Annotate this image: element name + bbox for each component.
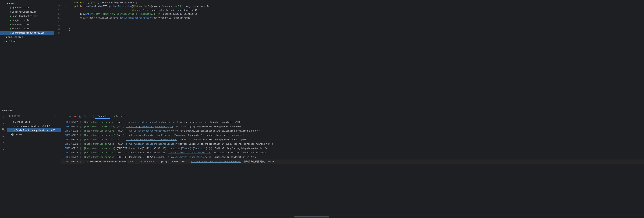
log-arrow: ›	[63, 160, 64, 164]
code-line-26: 26 @RequestParam(required = false) Long …	[54, 8, 644, 12]
log-service: [basic-function-service]	[84, 142, 117, 146]
log-class[interactable]: o.a.c.c.C.[Tomcat].[localhost].[/]	[168, 147, 212, 150]
toolbar-up-icon[interactable]: ↑	[54, 114, 56, 118]
vtool-play[interactable]: ▶	[1, 133, 6, 139]
log-message: Tomcat started on port 9081 (http) with …	[177, 138, 250, 142]
tree-item-ExcelDemoController[interactable]: ◉ ExcelDemoController	[0, 14, 54, 18]
log-class[interactable]: o.s.web.servlet.DispatcherServlet	[168, 155, 211, 159]
log-message: Initializing Spring DispatcherServlet 'd	[212, 147, 268, 150]
log-class[interactable]: o.s.web.servlet.DispatcherServlet	[168, 151, 211, 155]
services-tree-label: GatewayApplication :8080/	[16, 125, 50, 128]
log-thread: [main]	[117, 129, 126, 133]
vtool-more[interactable]: ⋮	[1, 152, 6, 158]
code-lines: 24 @GetMapping(@"⊙"/{userAccountId}/perm…	[54, 0, 644, 108]
log-service: [basic-function-service]	[84, 147, 117, 150]
log-class[interactable]: o.s.b.w.embedded.tomcat.TomcatWebServer	[126, 138, 177, 142]
services-tree: ▾ ⚙ Spring Boot ▶ GatewayApplication :80…	[7, 119, 61, 218]
tree-label: SsoController	[12, 23, 30, 26]
log-class[interactable]: o.a.c.c.C.[Tomcat-1].[localhost].[/]	[126, 125, 173, 129]
main-container: ▾ ▣ web ◉ AppController ◉ CustomerContro…	[0, 0, 644, 218]
line-content: public UserPermissionDTO getUserPermissi…	[68, 4, 644, 8]
top-area: ▾ ▣ web ◉ AppController ◉ CustomerContro…	[0, 0, 644, 108]
console-more-btn[interactable]: ⋮	[88, 115, 92, 118]
services-tree-basicfunction[interactable]: ▶ BasicFunctionApplication :8081/	[7, 128, 61, 132]
folder-icon: ▣	[6, 36, 7, 38]
log-pid: 68722	[71, 160, 78, 164]
tree-item-application[interactable]: › ▣ application	[0, 35, 54, 39]
horizontal-scrollbar[interactable]	[61, 216, 644, 218]
log-line-highlighted: › INFO 68722 [] 1d01409c5349242d4ad9600f…	[61, 160, 644, 164]
log-bracket: []	[79, 129, 84, 133]
log-class[interactable]: o.apache.catalina.core.StandardEngine	[126, 120, 174, 124]
tree-item-CustomerController[interactable]: ◉ CustomerController	[0, 10, 54, 14]
log-class[interactable]: t.f.b.function.BasicFunctionApplication	[126, 142, 177, 146]
services-panel: ↑ T 🔍 ▶ ⊕ ⚙ ⋮ 🔍 ↑ ✕	[0, 113, 644, 218]
log-thread: [http-nio-8081-exec-1]	[161, 160, 191, 164]
tree-item-LangController[interactable]: ◉ LangController	[0, 18, 54, 22]
tab-label: Console	[98, 115, 108, 118]
tree-item-web[interactable]: ▾ ▣ web	[0, 1, 54, 5]
log-pid: 68722	[71, 133, 78, 137]
log-pid: 68722	[71, 155, 78, 159]
log-arrow: ›	[63, 125, 64, 129]
console-area: ↻ ↺ ■	[61, 113, 644, 218]
console-search-btn[interactable]	[83, 115, 87, 118]
class-icon: ◉	[10, 32, 11, 34]
tab-actuator[interactable]: ● Actuator	[112, 114, 129, 119]
tree-item-client[interactable]: › ▣ client	[0, 39, 54, 43]
expand-arrow-icon: ▾	[11, 121, 12, 123]
svg-rect-2	[80, 115, 80, 116]
line-content: }	[68, 20, 644, 24]
toolbar-close-icon[interactable]: ✕	[58, 114, 60, 118]
log-service: [basic-function-service]	[84, 155, 117, 159]
log-arrow: ›	[63, 151, 64, 155]
tree-item-AppController[interactable]: ◉ AppController	[0, 5, 54, 10]
log-pid: 68722	[71, 142, 78, 146]
code-line-30: 30	[54, 24, 644, 28]
tree-item-TechController[interactable]: ◉ TechController	[0, 26, 54, 31]
services-tree-gateway[interactable]: ▶ GatewayApplication :8080/	[7, 124, 61, 128]
console-camera-btn[interactable]	[78, 115, 82, 118]
vtool-target[interactable]: ⊕	[1, 140, 6, 145]
vtool-search[interactable]: 🔍	[1, 127, 6, 133]
console-refresh2-btn[interactable]: ↺	[68, 115, 72, 118]
tree-label: TechController	[12, 27, 31, 30]
log-line: › INFO 68722 [] [basic-function-service]…	[61, 138, 644, 142]
log-message: Initializing Spring embedded WebApplicat…	[173, 125, 241, 129]
console-toolbar: ↻ ↺ ■	[61, 113, 644, 120]
log-level: INFO	[65, 142, 70, 146]
log-arrow: ›	[63, 134, 64, 138]
line-content: log.info("获取用户的权限列表, userAccountId={}, i…	[68, 12, 644, 16]
vtool-arrow-up[interactable]: ↑	[1, 115, 6, 120]
log-level: INFO	[65, 120, 70, 124]
code-line-29: 29 }	[54, 20, 644, 24]
tree-item-UserPermissionController[interactable]: ◉ UserPermissionController	[0, 31, 54, 35]
log-bracket: []	[79, 120, 84, 124]
vtool-text[interactable]: T	[1, 121, 6, 126]
scrollbar-thumb[interactable]	[294, 216, 329, 218]
tree-item-SsoController[interactable]: ◉ SsoController	[0, 22, 54, 26]
services-tree-spring-boot[interactable]: ▾ ⚙ Spring Boot	[7, 120, 61, 124]
log-line: › INFO 68722 [] [basic-function-service]…	[61, 151, 644, 155]
log-line: › INFO 68722 [] [basic-function-service]…	[61, 129, 644, 133]
console-stop-btn[interactable]: ■	[73, 115, 77, 118]
bottom-panel: Services ↑ T 🔍 ▶ ⊕ ⚙ ⋮ 🔍 ↑ ✕	[0, 108, 644, 218]
vtool-settings[interactable]: ⚙	[1, 146, 6, 152]
search-input[interactable]	[12, 115, 53, 117]
log-service: [basic-function-service]	[84, 133, 117, 137]
trace-id-highlight: 1d01409c5349242d4ad9600f35a923e87	[84, 160, 127, 164]
code-line-32: 32	[54, 31, 644, 35]
log-arrow: ›	[63, 147, 64, 151]
log-class[interactable]: t.f.b.f.a.web.UserPermissionController	[191, 160, 241, 164]
tab-console[interactable]: Console	[95, 114, 110, 119]
class-icon: ◉	[10, 11, 11, 13]
log-line: › INFO 68722 [] [basic-function-service]…	[61, 133, 644, 138]
console-refresh-btn[interactable]: ↻	[63, 115, 67, 118]
log-pid: 68722	[71, 129, 78, 133]
log-line: › INFO 68722 [] [basic-function-service]…	[61, 142, 644, 146]
code-line-28: 28 return userPermissionService.getCurre…	[54, 16, 644, 20]
log-class[interactable]: w.s.c.ServletWebServerApplicationContext	[126, 129, 178, 133]
log-thread: [main]	[117, 142, 126, 146]
services-tree-docker[interactable]: 🐳 Docker	[7, 132, 61, 137]
log-class[interactable]: o.s.b.a.e.web.EndpointLinksResolver	[126, 133, 172, 137]
